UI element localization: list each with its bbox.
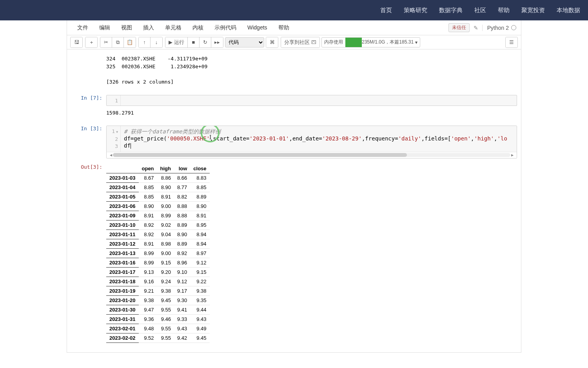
cell-value: 9.21 <box>139 286 157 295</box>
list-button[interactable]: ☰ <box>506 37 517 47</box>
menu-item[interactable]: 示例代码 <box>209 24 242 31</box>
cell-value: 9.43 <box>174 324 190 333</box>
row-index: 2023-01-12 <box>106 239 139 248</box>
cell-value: 9.55 <box>157 324 174 333</box>
cell-value: 8.98 <box>157 239 174 248</box>
cell-value: 8.91 <box>157 192 174 201</box>
output-cell: 1598.2791 <box>67 107 521 118</box>
code-editor[interactable]: 1▼ 2 3 I # 获得一个dataframe类型的数据样例 df=get_p… <box>106 126 517 158</box>
cell-value: 9.13 <box>139 267 157 277</box>
kernel-status-icon <box>511 25 516 30</box>
table-row: 2023-01-108.929.028.898.95 <box>106 220 210 230</box>
cell-value: 8.89 <box>174 220 190 230</box>
cell-value: 8.90 <box>157 182 174 192</box>
row-index: 2023-01-31 <box>106 314 139 324</box>
code-editor[interactable]: 1 <box>106 95 517 106</box>
menu-item[interactable]: 编辑 <box>94 24 116 31</box>
cell-value: 9.49 <box>190 324 209 333</box>
scroll-right-icon[interactable]: ▶ <box>510 153 514 157</box>
menu-item[interactable]: 插入 <box>138 24 160 31</box>
nav-link[interactable]: 帮助 <box>498 7 510 14</box>
row-index: 2023-01-30 <box>106 305 139 314</box>
row-index: 2023-01-17 <box>106 267 139 277</box>
memory-label: 内存使用 <box>322 39 345 46</box>
cell-value: 8.95 <box>190 220 209 230</box>
nav-link[interactable]: 首页 <box>380 7 392 14</box>
row-index: 2023-01-09 <box>106 211 139 220</box>
menu-item[interactable]: 单元格 <box>160 24 187 31</box>
nav-link[interactable]: 聚宽投资 <box>521 7 545 14</box>
save-button[interactable]: 🖫 <box>71 37 82 47</box>
cell-value: 8.66 <box>174 173 190 182</box>
table-row: 2023-02-019.489.559.439.49 <box>106 324 210 333</box>
copy-button[interactable]: ⧉ <box>112 37 124 47</box>
trust-badge[interactable]: 未信任 <box>448 23 470 32</box>
code-lines[interactable]: I # 获得一个dataframe类型的数据样例 df=get_price('0… <box>121 126 517 152</box>
horizontal-scrollbar[interactable]: ◀ ▶ <box>107 152 517 158</box>
menu-item[interactable]: 视图 <box>116 24 138 31</box>
nav-link[interactable]: 社区 <box>474 7 486 14</box>
cell-value: 9.45 <box>157 295 174 305</box>
cell-value: 8.85 <box>190 182 209 192</box>
table-row: 2023-01-138.999.008.928.97 <box>106 248 210 258</box>
table-row: 2023-01-209.389.459.309.35 <box>106 295 210 305</box>
cell-value: 8.94 <box>190 239 209 248</box>
row-index: 2023-02-01 <box>106 324 139 333</box>
share-button[interactable]: 分享到社区 ⮹ <box>281 37 319 47</box>
cell-value: 8.96 <box>174 258 190 267</box>
column-header <box>106 164 139 173</box>
cell-value: 8.77 <box>174 182 190 192</box>
cut-button[interactable]: ✂ <box>100 37 112 47</box>
dataframe-output-cell: Out[3]: openhighlowclose 2023-01-038.678… <box>67 162 521 344</box>
cell-value: 9.41 <box>174 305 190 314</box>
stop-button[interactable]: ■ <box>188 37 200 47</box>
cell-value: 8.90 <box>139 201 157 211</box>
scroll-left-icon[interactable]: ◀ <box>109 153 113 157</box>
column-header: close <box>190 164 209 173</box>
move-down-button[interactable]: ↓ <box>151 37 162 47</box>
code-cell-active: In [3]: 1▼ 2 3 I # 获得一个dataframe类型的数据样例 <box>67 124 521 160</box>
command-palette-button[interactable]: ⌘ <box>266 37 278 47</box>
row-index: 2023-01-18 <box>106 277 139 286</box>
output-prompt <box>71 109 106 117</box>
kernel-indicator[interactable]: Python 2 <box>482 25 516 31</box>
restart-button[interactable]: ↻ <box>200 37 211 47</box>
cell-value: 8.86 <box>157 173 174 182</box>
output-text: 324 002387.XSHE -4.311719e+09 325 002036… <box>106 55 517 86</box>
nav-link[interactable]: 本地数据 <box>557 7 580 14</box>
cell-value: 8.89 <box>174 239 190 248</box>
paste-button[interactable]: 📋 <box>124 37 136 47</box>
nav-link[interactable]: 策略研究 <box>404 7 427 14</box>
dataframe-table: openhighlowclose 2023-01-038.678.868.668… <box>106 164 210 343</box>
cell-value: 9.15 <box>157 258 174 267</box>
scrollbar-thumb[interactable] <box>113 153 407 157</box>
nav-link[interactable]: 数据字典 <box>439 7 463 14</box>
output-prompt: Out[3]: <box>71 164 106 343</box>
cell-value: 8.92 <box>139 220 157 230</box>
edit-icon[interactable]: ✎ <box>474 25 478 31</box>
menu-item[interactable]: 文件 <box>72 24 94 31</box>
run-button[interactable]: ▶运行 <box>165 37 188 47</box>
add-cell-button[interactable]: ＋ <box>85 37 97 47</box>
row-index: 2023-01-13 <box>106 248 139 258</box>
table-row: 2023-01-118.929.048.908.94 <box>106 230 210 239</box>
cell-type-select[interactable]: 代码 <box>225 37 264 47</box>
menu-item[interactable]: Widgets <box>242 24 273 31</box>
fast-forward-button[interactable]: ▸▸ <box>211 37 223 47</box>
table-row: 2023-01-038.678.868.668.83 <box>106 173 210 182</box>
cell-value: 8.92 <box>139 230 157 239</box>
cell-value: 9.55 <box>157 333 174 342</box>
cell-value: 9.10 <box>174 267 190 277</box>
cell-value: 9.47 <box>139 305 157 314</box>
memory-indicator[interactable]: 内存使用 235M/1.0G，本篇185.31 ▾ <box>321 37 420 47</box>
cell-value: 8.99 <box>139 258 157 267</box>
cell-value: 9.52 <box>139 333 157 342</box>
cell-value: 9.38 <box>139 295 157 305</box>
move-up-button[interactable]: ↑ <box>139 37 151 47</box>
cell-value: 9.45 <box>190 333 209 342</box>
table-row: 2023-01-168.999.158.969.12 <box>106 258 210 267</box>
memory-bar <box>345 38 362 47</box>
menu-item[interactable]: 内核 <box>187 24 209 31</box>
menu-item[interactable]: 帮助 <box>273 24 295 31</box>
cell-value: 9.16 <box>139 277 157 286</box>
